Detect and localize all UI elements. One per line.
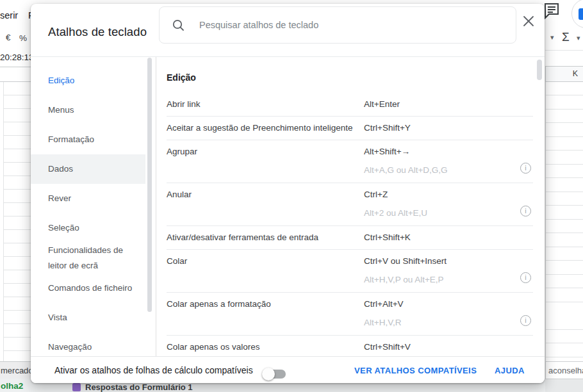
sidebar-item-label: Navegação (48, 339, 92, 355)
section-title: Edição (167, 72, 533, 83)
search-input[interactable] (199, 20, 500, 30)
cell-time-value: 20:28:13 (0, 53, 34, 62)
search-icon (172, 19, 185, 31)
info-icon[interactable]: i (520, 272, 531, 283)
compatible-shortcuts-toggle[interactable] (264, 370, 286, 379)
sidebar-item[interactable]: Navegação (31, 332, 145, 356)
shortcut-action: Colar (167, 256, 187, 266)
shortcut-row: Anular Ctrl+Z Alt+2 ou Alt+E,U i (167, 183, 533, 226)
screen: serir F € % 20:28:13 mercados olha2 Resp… (0, 0, 583, 392)
menu-fragment: serir (0, 10, 18, 20)
functions-sigma-icon: Σ (562, 30, 570, 44)
shortcut-action: Anular (167, 190, 192, 199)
cell-mercados: mercados (0, 361, 31, 379)
sidebar-item[interactable]: Funcionalidades de leitor de ecrã (31, 243, 145, 274)
shortcut-action: Agrupar (167, 147, 197, 156)
toolbar-divider (545, 50, 583, 51)
info-icon[interactable]: i (520, 206, 531, 216)
sidebar-item[interactable]: Rever (31, 184, 145, 213)
compatible-toggle-label: Ativar os atalhos de folhas de cálculo c… (54, 365, 253, 375)
sidebar-item-label: Comandos de ficheiro (48, 281, 132, 296)
shortcut-action: Colar apenas os valores (167, 342, 260, 352)
sidebar-item-label: Funcionalidades de leitor de ecrã (48, 243, 143, 274)
spreadsheet-grid-left (3, 82, 31, 361)
shortcut-action: Colar apenas a formatação (167, 299, 271, 309)
keyboard-shortcuts-dialog: Atalhos de teclado Edição Menus Formataç… (31, 4, 545, 383)
shortcut-action: Abrir link (167, 99, 201, 109)
shortcut-keys: Ctrl+V ou Shift+Insert (364, 256, 447, 266)
shortcut-keys: Ctrl+Z (364, 190, 388, 199)
shortcut-alt-keys: Alt+H,V,P ou Alt+E,P (364, 275, 444, 284)
blue-app-icon (579, 8, 583, 20)
help-link[interactable]: AJUDA (495, 366, 525, 375)
sidebar-item[interactable]: Formatação (31, 125, 145, 154)
sidebar-item[interactable]: Edição (31, 66, 145, 95)
shortcuts-panel: Edição Abrir link Alt+Enter Aceitar a su… (156, 57, 545, 356)
column-header-k-label: K (573, 69, 578, 78)
dialog-footer: Ativar os atalhos de folhas de cálculo c… (31, 356, 545, 383)
sidebar-item-label: Vista (48, 310, 67, 325)
forms-icon (72, 383, 81, 391)
column-header-strip-left (0, 67, 31, 82)
shortcut-action: Ativar/desativar ferramentas de entrada (167, 233, 318, 242)
shortcuts-list: Abrir link Alt+Enter Aceitar a sugestão … (167, 93, 533, 356)
shortcut-alt-keys: Alt+H,V,R (364, 318, 401, 327)
sidebar-item[interactable]: Comandos de ficheiro (31, 274, 145, 303)
sidebar-item[interactable]: Menus (31, 95, 145, 125)
shortcut-keys: Ctrl+Alt+V (364, 299, 404, 309)
shortcut-action: Aceitar a sugestão de Preenchimento inte… (167, 123, 352, 133)
dialog-title: Atalhos de teclado (48, 25, 147, 39)
sheet-tab-folha: olha2 (1, 381, 23, 391)
percent-format-icon: % (19, 33, 27, 43)
search-box[interactable] (159, 6, 516, 44)
sidebar-item[interactable]: Seleção (31, 213, 145, 243)
sidebar-item-label: Menus (48, 102, 74, 118)
shortcut-row: Ativar/desativar ferramentas de entrada … (167, 226, 533, 250)
sheet-tab-respostas: Respostas do Formulário 1 (72, 382, 193, 392)
sidebar-item-label: Edição (48, 73, 74, 88)
shortcut-keys: Ctrl+Shift+Y (364, 123, 411, 133)
shortcut-row: Colar apenas os valores Ctrl+Shift+V (167, 336, 533, 356)
shortcut-keys: Alt+Enter (364, 99, 400, 109)
account-circle-button (571, 0, 583, 28)
info-icon[interactable]: i (520, 163, 531, 174)
info-icon[interactable]: i (520, 315, 531, 326)
cell-aconselhar: aconselhar (545, 361, 583, 379)
shortcut-alt-keys: Alt+A,G ou Alt+D,G,G (364, 165, 448, 175)
dropdown-caret-icon: ▾ (577, 34, 580, 42)
shortcut-keys: Ctrl+Shift+V (364, 342, 411, 352)
sidebar-item-label: Dados (48, 161, 73, 177)
shortcut-keys: Alt+Shift+→ (364, 147, 410, 156)
shortcut-keys: Ctrl+Shift+K (364, 233, 411, 242)
column-header-k: K (545, 66, 583, 82)
sheet-tab-respostas-label: Respostas do Formulário 1 (85, 382, 193, 392)
comment-history-icon (543, 1, 561, 22)
category-sidebar: Edição Menus Formatação Dados Rever Sele… (31, 57, 156, 356)
shortcut-row: Agrupar Alt+Shift+→ Alt+A,G ou Alt+D,G,G… (167, 140, 533, 183)
shortcut-alt-keys: Alt+2 ou Alt+E,U (364, 208, 427, 218)
content-scrollbar[interactable] (537, 60, 542, 80)
spreadsheet-grid-right (545, 82, 583, 361)
shortcut-row: Colar Ctrl+V ou Shift+Insert Alt+H,V,P o… (167, 250, 533, 293)
sidebar-scrollbar[interactable] (147, 58, 152, 312)
sidebar-item[interactable]: Vista (31, 303, 145, 332)
cell-aconselhar-label: aconselhar (548, 366, 583, 375)
sidebar-item[interactable]: Dados (31, 154, 145, 184)
view-compatible-shortcuts-link[interactable]: VER ATALHOS COMPATÍVEIS (354, 366, 477, 375)
currency-format-icon: € (6, 33, 11, 42)
shortcut-row: Abrir link Alt+Enter (167, 93, 533, 117)
close-icon[interactable] (521, 13, 536, 29)
toggle-thumb (262, 368, 275, 380)
shortcut-row: Colar apenas a formatação Ctrl+Alt+V Alt… (167, 293, 533, 336)
sidebar-item-label: Seleção (48, 220, 79, 236)
dropdown-caret-icon: ▾ (550, 33, 554, 42)
shortcut-row: Aceitar a sugestão de Preenchimento inte… (167, 117, 533, 140)
bottom-right-strip (545, 379, 583, 392)
sidebar-item-label: Formatação (48, 132, 94, 147)
sidebar-item-label: Rever (48, 191, 71, 206)
